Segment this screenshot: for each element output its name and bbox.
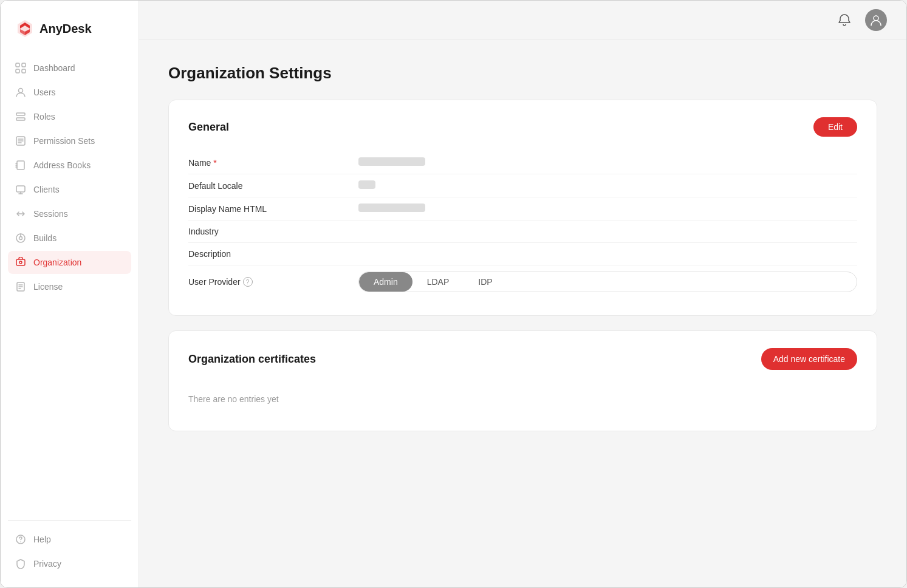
field-name-label: Name * xyxy=(188,158,358,168)
field-default-locale-label: Default Locale xyxy=(188,181,358,191)
svg-point-26 xyxy=(19,261,22,264)
app-name: AnyDesk xyxy=(39,22,92,36)
certificates-card: Organization certificates Add new certif… xyxy=(168,330,877,431)
svg-point-32 xyxy=(20,541,21,542)
general-card: General Edit Name * Default Lo xyxy=(168,100,877,316)
license-icon xyxy=(15,281,26,292)
users-icon xyxy=(15,87,26,98)
sidebar-item-help-label: Help xyxy=(33,535,51,544)
sidebar-item-organization[interactable]: Organization xyxy=(8,251,131,274)
sidebar-item-builds[interactable]: Builds xyxy=(8,227,131,250)
sidebar-item-license[interactable]: License xyxy=(8,275,131,298)
dashboard-icon xyxy=(15,63,26,74)
anydesk-logo-icon xyxy=(15,19,35,38)
svg-rect-5 xyxy=(22,63,26,67)
svg-rect-25 xyxy=(16,259,25,265)
field-description-label: Description xyxy=(188,249,358,259)
roles-icon xyxy=(15,111,26,122)
user-provider-toggle-group: Admin LDAP IDP xyxy=(358,272,857,292)
sidebar-item-address-books-label: Address Books xyxy=(33,160,91,170)
svg-rect-15 xyxy=(17,161,24,169)
general-card-title: General xyxy=(188,121,229,134)
privacy-icon xyxy=(15,558,26,569)
sidebar-item-privacy-label: Privacy xyxy=(33,559,61,569)
sidebar-item-sessions[interactable]: Sessions xyxy=(8,202,131,225)
page-content: Organization Settings General Edit Name … xyxy=(139,39,906,587)
logo: AnyDesk xyxy=(1,13,139,56)
field-name-value xyxy=(358,157,857,168)
sidebar-item-organization-label: Organization xyxy=(33,258,81,267)
svg-rect-6 xyxy=(16,69,19,73)
user-avatar[interactable] xyxy=(865,9,887,31)
field-default-locale-value xyxy=(358,180,857,191)
certificates-card-title: Organization certificates xyxy=(188,353,316,366)
sidebar-item-users-label: Users xyxy=(33,87,56,97)
address-books-icon xyxy=(15,160,26,171)
sidebar-item-roles[interactable]: Roles xyxy=(8,105,131,128)
svg-point-33 xyxy=(874,16,878,21)
sidebar-item-dashboard-label: Dashboard xyxy=(33,63,75,73)
field-industry: Industry xyxy=(188,220,857,243)
nav-items: Dashboard Users xyxy=(1,56,139,513)
field-user-provider-toggle: Admin LDAP IDP xyxy=(358,272,857,292)
builds-icon xyxy=(15,233,26,244)
main-content: Organization Settings General Edit Name … xyxy=(139,1,906,587)
svg-point-8 xyxy=(19,89,23,93)
sidebar-item-builds-label: Builds xyxy=(33,233,56,243)
edit-button[interactable]: Edit xyxy=(813,117,857,137)
sidebar-item-clients-label: Clients xyxy=(33,185,60,194)
user-provider-idp-button[interactable]: IDP xyxy=(464,272,507,292)
sidebar: AnyDesk Dashboard xyxy=(1,1,139,587)
svg-rect-19 xyxy=(16,186,25,192)
display-name-blurred-value xyxy=(358,203,425,212)
field-user-provider-label: User Provider ? xyxy=(188,277,358,287)
name-blurred-value xyxy=(358,157,425,166)
svg-rect-9 xyxy=(16,113,25,115)
add-certificate-button[interactable]: Add new certificate xyxy=(761,348,857,370)
user-provider-help-icon[interactable]: ? xyxy=(243,277,253,287)
sidebar-item-permission-sets[interactable]: Permission Sets xyxy=(8,129,131,152)
clients-icon xyxy=(15,184,26,195)
field-display-name-html: Display Name HTML xyxy=(188,197,857,220)
field-display-name-html-label: Display Name HTML xyxy=(188,204,358,214)
field-industry-label: Industry xyxy=(188,227,358,236)
nav-divider xyxy=(8,520,131,521)
user-provider-ldap-button[interactable]: LDAP xyxy=(412,272,464,292)
field-default-locale: Default Locale xyxy=(188,174,857,197)
certificates-empty-text: There are no entries yet xyxy=(188,385,857,414)
field-description: Description xyxy=(188,243,857,265)
sidebar-item-clients[interactable]: Clients xyxy=(8,178,131,201)
nav-bottom: Help Privacy xyxy=(1,528,139,575)
notification-bell-button[interactable] xyxy=(833,9,855,31)
svg-rect-4 xyxy=(16,63,19,67)
field-name: Name * xyxy=(188,151,857,174)
organization-icon xyxy=(15,257,26,268)
field-user-provider: User Provider ? Admin LDAP IDP xyxy=(188,265,857,298)
header xyxy=(139,1,906,39)
general-card-header: General Edit xyxy=(188,117,857,137)
sidebar-item-permission-sets-label: Permission Sets xyxy=(33,136,95,146)
sidebar-item-dashboard[interactable]: Dashboard xyxy=(8,56,131,80)
sidebar-item-sessions-label: Sessions xyxy=(33,209,68,219)
sessions-icon xyxy=(15,208,26,219)
page-title: Organization Settings xyxy=(168,64,877,83)
locale-blurred-value xyxy=(358,180,375,189)
sidebar-item-license-label: License xyxy=(33,282,63,292)
sidebar-item-users[interactable]: Users xyxy=(8,81,131,104)
field-display-name-html-value xyxy=(358,203,857,214)
sidebar-item-address-books[interactable]: Address Books xyxy=(8,154,131,177)
svg-rect-10 xyxy=(16,118,25,120)
user-provider-admin-button[interactable]: Admin xyxy=(359,272,412,292)
sidebar-item-help[interactable]: Help xyxy=(8,528,131,551)
svg-rect-7 xyxy=(22,69,26,73)
required-indicator: * xyxy=(213,158,216,168)
sidebar-item-privacy[interactable]: Privacy xyxy=(8,552,131,575)
help-icon xyxy=(15,534,26,545)
permission-sets-icon xyxy=(15,135,26,146)
certificates-card-header: Organization certificates Add new certif… xyxy=(188,348,857,370)
sidebar-item-roles-label: Roles xyxy=(33,112,55,121)
